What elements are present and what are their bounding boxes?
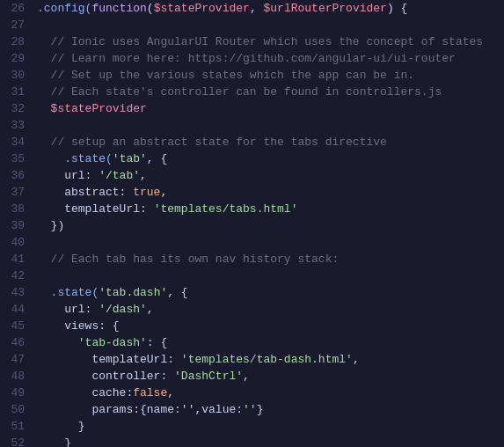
line-number: 28 [0,33,33,50]
token: 'templates/tabs.html' [154,202,298,216]
token: , [167,386,174,399]
line-number: 47 [0,351,33,368]
code-line: 36 url: '/tab', [0,167,504,184]
line-number: 41 [0,251,33,267]
token: .config( [37,2,91,15]
line-content: cache:false, [33,385,504,401]
code-line: 33 [0,117,504,134]
token: }) [37,219,64,232]
line-number: 30 [0,67,33,84]
line-content: controller: 'DashCtrl', [33,368,504,385]
token: } [37,436,71,447]
token: // Ionic uses AngularUI Router which use… [37,35,483,48]
token: views: { [37,319,120,333]
line-number: 44 [0,301,33,318]
code-line: 31 // Each state's controller can be fou… [0,84,504,100]
token: 'DashCtrl' [174,370,243,383]
token: , { [147,152,167,165]
code-line: 29 // Learn more here: https://github.co… [0,50,504,67]
line-number: 39 [0,217,33,234]
code-line: 48 controller: 'DashCtrl', [0,368,504,385]
token: // Each tab has its own nav history stac… [37,253,339,266]
token: , [353,353,360,366]
code-line: 32 $stateProvider [0,100,504,117]
line-content: templateUrl: 'templates/tab-dash.html', [33,351,504,368]
line-content: .state('tab.dash', { [33,284,504,301]
line-content: url: '/dash', [33,301,504,318]
token: } [257,403,264,416]
line-number: 46 [0,334,33,351]
line-number: 29 [0,50,33,67]
token: // setup an abstract state for the tabs … [37,136,387,149]
line-content: url: '/tab', [33,167,504,184]
line-content [33,234,504,251]
token: // Each state's controller can be found … [37,85,442,99]
token: , [250,2,264,15]
line-number: 27 [0,17,33,33]
code-editor: 26.config(function($stateProvider, $urlR… [0,0,504,447]
line-content: // Each tab has its own nav history stac… [33,251,504,267]
token: cache: [37,386,133,399]
token: , [243,370,250,383]
token: , [160,186,167,199]
token: url: [37,169,99,182]
token: templateUrl: [37,353,181,366]
code-line: 50 params:{name:'',value:''} [0,401,504,418]
code-line: 42 [0,267,504,284]
token: $urlRouterProvider [263,2,386,15]
token: } [37,420,85,433]
line-content: // setup an abstract state for the tabs … [33,134,504,150]
line-content: }) [33,217,504,234]
token: $stateProvider [51,102,147,115]
code-line: 51 } [0,418,504,435]
code-line: 46 'tab-dash': { [0,334,504,351]
line-number: 38 [0,201,33,217]
line-number: 37 [0,184,33,201]
line-number: 34 [0,134,33,150]
line-content: params:{name:'',value:''} [33,401,504,418]
token: , { [167,286,187,299]
code-line: 52 } [0,435,504,447]
token: url: [37,303,99,316]
line-content: // Ionic uses AngularUI Router which use… [33,33,504,50]
line-number: 45 [0,318,33,334]
token: 'templates/tab-dash.html' [181,353,353,366]
line-number: 35 [0,150,33,167]
token: false [133,386,167,399]
line-content: // Learn more here: https://github.com/a… [33,50,504,67]
token: function [91,2,146,15]
line-number: 36 [0,167,33,184]
line-content: abstract: true, [33,184,504,201]
token: templateUrl: [37,202,154,216]
code-line: 26.config(function($stateProvider, $urlR… [0,0,504,17]
line-content [33,267,504,284]
code-line: 34 // setup an abstract state for the ta… [0,134,504,150]
line-number: 49 [0,385,33,401]
token: ( [147,2,154,15]
token: .state( [37,286,99,299]
code-line: 44 url: '/dash', [0,301,504,318]
token [37,102,51,115]
code-line: 39 }) [0,217,504,234]
code-line: 30 // Set up the various states which th… [0,67,504,84]
line-number: 31 [0,84,33,100]
line-content: 'tab-dash': { [33,334,504,351]
line-content: templateUrl: 'templates/tabs.html' [33,201,504,217]
token: '/dash' [99,303,147,316]
code-line: 49 cache:false, [0,385,504,401]
token: .state( [37,152,113,165]
line-content: .state('tab', { [33,150,504,167]
token: true [133,186,160,199]
token [37,336,78,349]
token: 'tab-dash' [78,336,147,349]
code-line: 40 [0,234,504,251]
line-number: 42 [0,267,33,284]
code-lines: 26.config(function($stateProvider, $urlR… [0,0,504,447]
line-content: $stateProvider [33,100,504,117]
line-content [33,17,504,33]
line-number: 51 [0,418,33,435]
line-content: // Set up the various states which the a… [33,67,504,84]
line-number: 43 [0,284,33,301]
line-content: .config(function($stateProvider, $urlRou… [33,0,504,17]
token: : { [147,336,167,349]
